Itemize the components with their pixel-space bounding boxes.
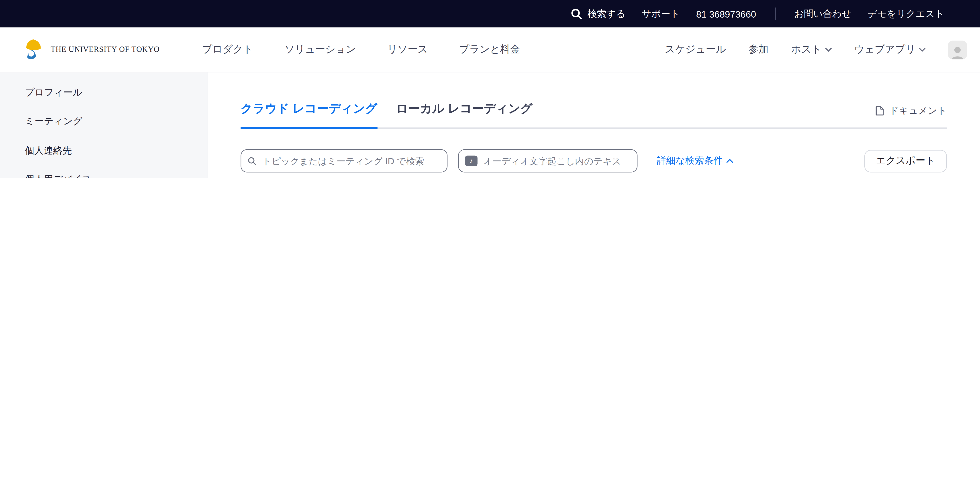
person-icon: [949, 44, 966, 59]
sidebar-item-devices[interactable]: 個人用デバイス: [0, 165, 207, 178]
tab-cloud-recordings[interactable]: クラウド レコーディング: [240, 101, 377, 129]
sidebar-item-profile[interactable]: プロフィール: [0, 78, 207, 107]
audio-transcript-icon: ♪: [465, 156, 477, 166]
utokyo-logo-text: THE UNIVERSITY OF TOKYO: [51, 45, 159, 54]
nav-schedule[interactable]: スケジュール: [665, 43, 726, 56]
main-header: THE UNIVERSITY OF TOKYO プロダクト ソリューション リソ…: [0, 27, 980, 72]
search-icon: [571, 8, 582, 20]
nav-host[interactable]: ホスト: [791, 43, 832, 56]
topbar-search[interactable]: 検索する: [571, 8, 625, 20]
tab-local-recordings[interactable]: ローカル レコーディング: [396, 101, 533, 127]
user-avatar[interactable]: [948, 40, 967, 59]
chevron-up-icon: [727, 159, 733, 163]
advanced-search-link[interactable]: 詳細な検索条件: [657, 155, 733, 167]
transcript-search-input[interactable]: [482, 155, 631, 167]
zoom-web-portal: 検索する サポート 81 368973660 お問い合わせ デモをリクエスト T…: [0, 0, 980, 178]
utokyo-logo[interactable]: THE UNIVERSITY OF TOKYO: [21, 37, 160, 62]
sidebar-item-contacts[interactable]: 個人連絡先: [0, 136, 207, 165]
nav-resources[interactable]: リソース: [387, 43, 428, 56]
primary-nav: プロダクト ソリューション リソース プランと料金: [202, 43, 520, 56]
nav-plans-pricing[interactable]: プランと料金: [459, 43, 520, 56]
recordings-content: クラウド レコーディング ローカル レコーディング ドキュメント: [240, 73, 947, 178]
documentation-link[interactable]: ドキュメント: [875, 105, 947, 117]
nav-web-app[interactable]: ウェブアプリ: [854, 43, 926, 56]
topbar-support-link[interactable]: サポート: [642, 8, 680, 20]
document-icon: [875, 106, 884, 116]
nav-products[interactable]: プロダクト: [202, 43, 253, 56]
topbar-search-label: 検索する: [587, 8, 625, 20]
sidebar-item-meetings[interactable]: ミーティング: [0, 107, 207, 136]
topbar-divider: [775, 8, 776, 20]
topic-search-input[interactable]: [261, 155, 441, 167]
nav-solutions[interactable]: ソリューション: [285, 43, 356, 56]
main-panel: クラウド レコーディング ローカル レコーディング ドキュメント: [208, 73, 980, 178]
nav-join[interactable]: 参加: [749, 43, 768, 56]
chevron-down-icon: [919, 48, 926, 52]
app-body: プロフィール ミーティング 個人連絡先 個人用デバイス ホワイトボード ノートN…: [0, 73, 980, 178]
account-nav: スケジュール 参加 ホスト ウェブアプリ: [665, 40, 967, 59]
sidebar: プロフィール ミーティング 個人連絡先 個人用デバイス ホワイトボード ノートN…: [0, 73, 208, 178]
chevron-down-icon: [825, 48, 832, 52]
topbar-contact-link[interactable]: お問い合わせ: [794, 8, 851, 20]
top-utility-bar: 検索する サポート 81 368973660 お問い合わせ デモをリクエスト: [0, 0, 980, 27]
topbar-phone[interactable]: 81 368973660: [696, 8, 756, 19]
tabs-row: クラウド レコーディング ローカル レコーディング ドキュメント: [240, 73, 947, 129]
utokyo-ginkgo-icon: [21, 37, 46, 62]
transcript-search-field: ♪: [458, 149, 638, 173]
topic-search-field: [240, 149, 447, 173]
search-icon: [247, 156, 256, 166]
recording-tabs: クラウド レコーディング ローカル レコーディング: [240, 101, 947, 129]
topbar-demo-link[interactable]: デモをリクエスト: [867, 8, 944, 20]
search-row: ♪ 詳細な検索条件 エクスポート: [240, 149, 947, 173]
export-button[interactable]: エクスポート: [864, 149, 947, 172]
